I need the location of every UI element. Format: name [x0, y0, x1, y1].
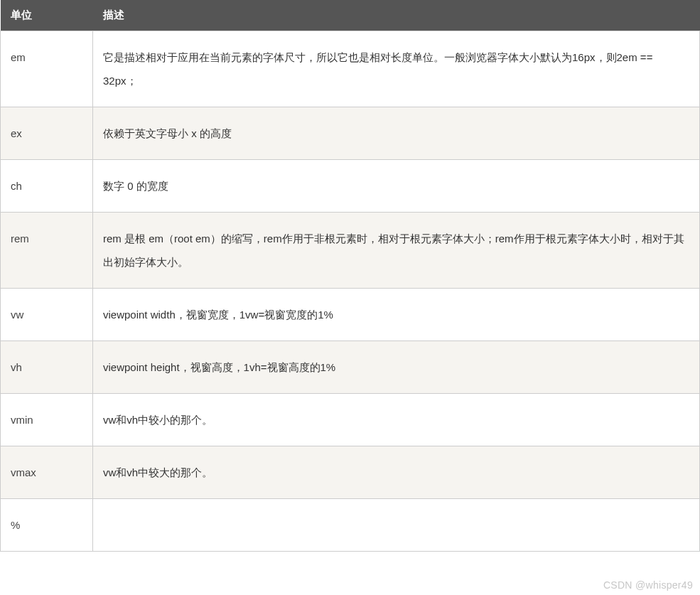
cell-unit: ch	[1, 160, 93, 213]
cell-unit: vh	[1, 341, 93, 394]
table-row: ch 数字 0 的宽度	[1, 160, 700, 213]
table-header-row: 单位 描述	[1, 0, 700, 31]
cell-description: rem 是根 em（root em）的缩写，rem作用于非根元素时，相对于根元素…	[93, 213, 700, 289]
units-table: 单位 描述 em 它是描述相对于应用在当前元素的字体尺寸，所以它也是相对长度单位…	[0, 0, 700, 552]
table-row: em 它是描述相对于应用在当前元素的字体尺寸，所以它也是相对长度单位。一般浏览器…	[1, 31, 700, 107]
cell-unit: ex	[1, 107, 93, 160]
cell-description: vw和vh中较大的那个。	[93, 446, 700, 499]
cell-description	[93, 499, 700, 552]
header-unit: 单位	[1, 0, 93, 31]
cell-unit: vw	[1, 289, 93, 341]
table-row: vmax vw和vh中较大的那个。	[1, 446, 700, 499]
cell-description: 数字 0 的宽度	[93, 160, 700, 213]
cell-description: 它是描述相对于应用在当前元素的字体尺寸，所以它也是相对长度单位。一般浏览器字体大…	[93, 31, 700, 107]
table-body: em 它是描述相对于应用在当前元素的字体尺寸，所以它也是相对长度单位。一般浏览器…	[1, 31, 700, 552]
table-row: rem rem 是根 em（root em）的缩写，rem作用于非根元素时，相对…	[1, 213, 700, 289]
cell-description: 依赖于英文字母小 x 的高度	[93, 107, 700, 160]
cell-unit: %	[1, 499, 93, 552]
cell-description: vw和vh中较小的那个。	[93, 394, 700, 446]
table-row: vw viewpoint width，视窗宽度，1vw=视窗宽度的1%	[1, 289, 700, 341]
watermark-text: CSDN @whisper49	[603, 579, 693, 591]
cell-unit: em	[1, 31, 93, 107]
cell-unit: vmax	[1, 446, 93, 499]
cell-description: viewpoint height，视窗高度，1vh=视窗高度的1%	[93, 341, 700, 394]
cell-unit: rem	[1, 213, 93, 289]
header-description: 描述	[93, 0, 700, 31]
cell-description: viewpoint width，视窗宽度，1vw=视窗宽度的1%	[93, 289, 700, 341]
cell-unit: vmin	[1, 394, 93, 446]
table-row: vh viewpoint height，视窗高度，1vh=视窗高度的1%	[1, 341, 700, 394]
table-row: vmin vw和vh中较小的那个。	[1, 394, 700, 446]
table-row: %	[1, 499, 700, 552]
table-row: ex 依赖于英文字母小 x 的高度	[1, 107, 700, 160]
